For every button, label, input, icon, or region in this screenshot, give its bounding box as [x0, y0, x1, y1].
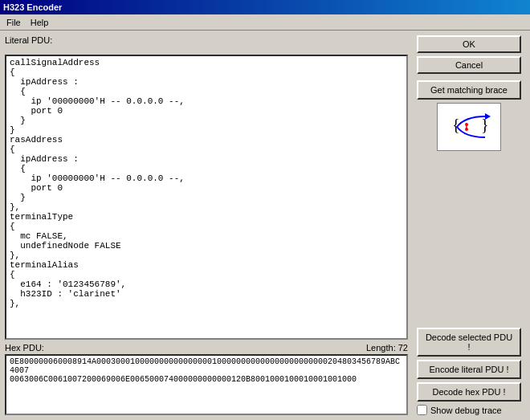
svg-text:}: } — [481, 116, 489, 133]
svg-text:{: { — [452, 116, 460, 133]
hex-pdu-textarea[interactable]: 0E800000060008914A0003000100000000000000… — [6, 356, 406, 414]
hex-length-display: Length: 72 — [366, 343, 408, 353]
menu-help[interactable]: Help — [26, 16, 54, 29]
get-matching-brace-button[interactable]: Get matching brace — [417, 80, 521, 100]
title-text: H323 Encoder — [3, 2, 62, 12]
hex-pdu-label: Hex PDU: — [5, 343, 44, 353]
show-debug-checkbox[interactable] — [417, 405, 427, 415]
brace-visual: { } — [437, 103, 501, 151]
title-bar: H323 Encoder — [0, 0, 530, 14]
menu-file[interactable]: File — [2, 16, 26, 29]
cancel-button[interactable]: Cancel — [417, 56, 521, 74]
decode-selected-pdu-button[interactable]: Decode selected PDU ! — [417, 328, 521, 357]
show-debug-row: Show debug trace — [417, 405, 521, 415]
hex-length-value: 72 — [398, 343, 408, 353]
hex-length-label: Length: — [366, 343, 396, 353]
decode-hex-pdu-button[interactable]: Decode hex PDU ! — [417, 382, 521, 402]
literal-pdu-label: Literal PDU: — [5, 35, 408, 45]
literal-pdu-textarea[interactable]: callSignalAddress { ipAddress : { ip '00… — [6, 56, 406, 338]
encode-literal-pdu-button[interactable]: Encode literal PDU ! — [417, 360, 521, 379]
menu-bar: File Help — [0, 14, 530, 31]
show-debug-label: Show debug trace — [430, 406, 502, 415]
ok-button[interactable]: OK — [417, 35, 521, 53]
